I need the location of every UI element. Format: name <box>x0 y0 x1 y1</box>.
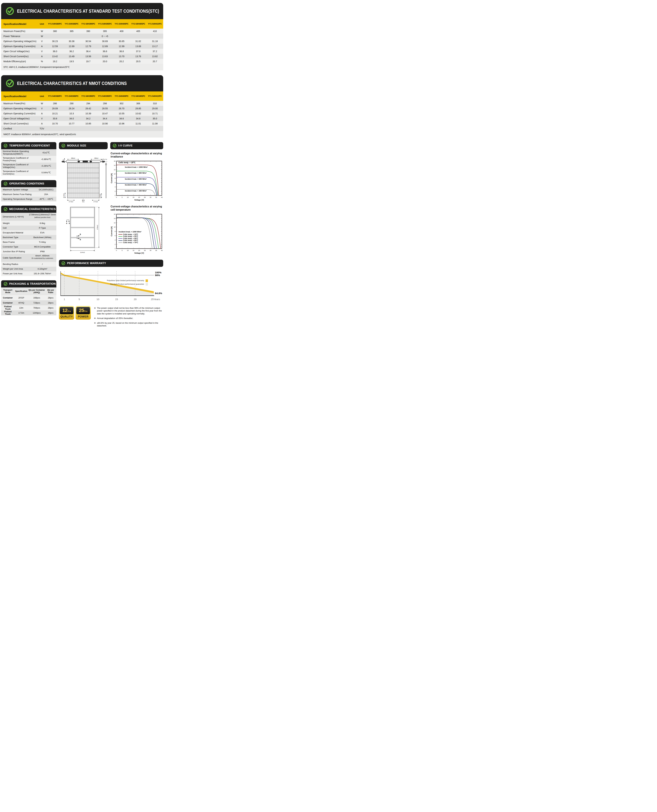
packaging-cell: 20'GP <box>14 296 28 299</box>
kv-row: Connector TypeMC4-Compatible <box>1 245 56 249</box>
kv-value: 20A <box>36 192 56 196</box>
cell-value: 31.02 <box>130 40 146 42</box>
operating-title: OPERATING CONDITIONS <box>9 182 44 185</box>
packaging-cell: 728pcs <box>28 302 45 304</box>
packaging-cell: 13m <box>14 307 28 309</box>
cell-value: 13.76 <box>130 55 146 58</box>
cell-value: 19.5 <box>63 60 80 63</box>
svg-text:14: 14 <box>114 217 115 219</box>
svg-text:6: 6 <box>115 182 115 183</box>
iv-curve-title: I-V CURVE <box>118 144 132 147</box>
cell-value: 12.59 <box>47 45 63 48</box>
warranty-area: PERFORMANCE WARRANTY 100%98%84.8%1510152… <box>59 260 163 329</box>
cell-value: 36.8 <box>113 50 130 53</box>
iv-chart2-title: Current-voltage characteristics at varyi… <box>111 205 163 212</box>
module-size-title: MODULE SIZE <box>67 144 86 147</box>
row-unit: W <box>37 30 47 33</box>
kv-value: P-Type <box>28 226 56 230</box>
temp-coeff-header: TEMPERATURE COEFFICIENT <box>1 142 56 149</box>
packaging-cell: 28pcs <box>45 296 56 299</box>
row-unit: % <box>37 60 47 63</box>
svg-text:Voltage [V]: Voltage [V] <box>134 252 144 254</box>
cell-value: 12.79 <box>80 45 97 48</box>
svg-text:15: 15 <box>115 298 118 301</box>
quality-badge: 12Yrs QUALITY <box>59 306 74 320</box>
svg-text:12.5±2: 12.5±2 <box>100 194 101 198</box>
table-row: Maximum Power(Pm)W286290294298302306310 <box>1 101 163 106</box>
svg-text:27.5: 27.5 <box>104 159 107 160</box>
row-unit: W <box>37 35 47 37</box>
svg-text:0: 0 <box>116 196 117 198</box>
packaging-cell: 1344pcs <box>28 312 45 314</box>
cell-value: 10.62 <box>130 112 146 115</box>
packaging-row: Flatbed Truck13m784pcs28pcs <box>1 305 56 310</box>
kv-label: Weight <box>1 221 28 225</box>
kv-label: Connector Type <box>1 245 28 249</box>
svg-text:15: 15 <box>132 249 134 251</box>
row-label: Maximum Power(Pm) <box>1 30 37 33</box>
svg-text:Current [A]: Current [A] <box>111 226 112 236</box>
cell-value: 36.2 <box>63 50 80 53</box>
packaging-row: Container40'HQ728pcs28pcs <box>1 300 56 305</box>
svg-text:Incident Irrad. = 400 W/m²: Incident Irrad. = 400 W/m² <box>125 184 146 186</box>
table-row: Open Circuit Voltage(Voc)V33.834.034.234… <box>1 116 163 121</box>
column-header-model: YY1-54H405PC <box>130 23 146 25</box>
section-stc: ELECTRICAL CHARACTERISTICS AT STANDARD T… <box>1 3 163 70</box>
svg-text:Cells temp. = 40℃: Cells temp. = 40℃ <box>123 237 138 239</box>
module-rear-drawing: A A B B <box>59 206 107 254</box>
kv-label: Power per Unit Area <box>1 271 28 276</box>
cell-value: 10.85 <box>80 122 97 125</box>
row-label: Power Tolerance <box>1 35 37 37</box>
svg-text:17.5±2: 17.5±2 <box>69 201 73 203</box>
row-unit: V <box>37 107 47 110</box>
svg-text:100%: 100% <box>155 271 161 274</box>
svg-text:Polyshine Solar limited perfor: Polyshine Solar limited performance warr… <box>107 279 144 281</box>
cell-value: 306 <box>130 102 146 105</box>
kv-row: Weight per Unit Area4.32kg/m² <box>1 267 56 271</box>
kv-value: EVA <box>28 231 56 235</box>
note-text: Annual degradation ≤0.55% thereafter; <box>97 317 133 320</box>
svg-text:1: 1 <box>64 298 65 301</box>
packaging-table: Transport ModeSpecificationQty per Conta… <box>1 287 56 315</box>
warranty-title: PERFORMANCE WARRANTY <box>67 262 106 265</box>
column-header-model: YY1-54H385PC <box>63 23 80 25</box>
cell-value: 30.23 <box>47 40 63 42</box>
cell-value: 12.89 <box>97 45 113 48</box>
packaging-header-row: Transport ModeSpecificationQty per Conta… <box>1 287 56 295</box>
svg-text:Cells temp. = 70℃: Cells temp. = 70℃ <box>123 242 138 243</box>
kv-row: Temperature Coefficient of Voltage(Voc)-… <box>1 162 56 169</box>
table-row: Optimum Operating Current(Im)A10.2110.31… <box>1 111 163 116</box>
cell-value: 405 <box>130 30 146 33</box>
table-row: Optimum Operating Current(Im)A12.5912.69… <box>1 44 163 49</box>
packaging-cell: Container <box>1 302 14 304</box>
kv-row: Bending Radius/ <box>1 262 56 267</box>
stc-title: ELECTRICAL CHARACTERISTICS AT STANDARD T… <box>17 8 159 14</box>
cell-value: 31.18 <box>146 40 163 42</box>
note-bullet-icon: ※ <box>94 317 96 320</box>
cell-value: 10.77 <box>63 122 80 125</box>
packaging-cell: 28pcs <box>45 307 56 309</box>
row-unit: A <box>37 112 47 115</box>
svg-text:Cells temp. = 55℃: Cells temp. = 55℃ <box>123 239 138 241</box>
packaging-cell: 168pcs <box>28 296 45 299</box>
cell-value: 400 <box>113 30 130 33</box>
packaging-header: PACKAGING & TRANSPORTATION <box>1 280 56 287</box>
table-row: Maximum Power(Pm)W380385390395400405410 <box>1 29 163 34</box>
table-row: Power ToleranceW0 ~ +5 <box>1 34 163 39</box>
cell-value: 30.38 <box>63 40 80 42</box>
column-header-model: YY1-54H395PC <box>97 95 113 97</box>
cell-value: 10.47 <box>97 112 113 115</box>
svg-text:2: 2 <box>115 243 115 245</box>
row-label: Optimum Operating Voltage(Vm) <box>1 107 37 110</box>
warranty-chart: 100%98%84.8%1510152025YearsPolyshine Sol… <box>59 269 163 303</box>
kv-value: / <box>28 262 56 266</box>
cell-value: 34.2 <box>80 117 97 120</box>
row-label: Open Circuit Voltage(Voc) <box>1 117 37 120</box>
nmot-footnote: NMOT: irradiance 800W/m², ambient temper… <box>1 131 163 137</box>
check-icon <box>61 261 65 265</box>
section-module-size: MODULE SIZE <box>59 142 107 255</box>
cell-value: 35.0 <box>146 117 163 120</box>
power-badge-years: 25 <box>79 308 84 313</box>
svg-text:Cells temp. = 25℃: Cells temp. = 25℃ <box>118 161 135 164</box>
warranty-header: PERFORMANCE WARRANTY <box>59 260 163 267</box>
